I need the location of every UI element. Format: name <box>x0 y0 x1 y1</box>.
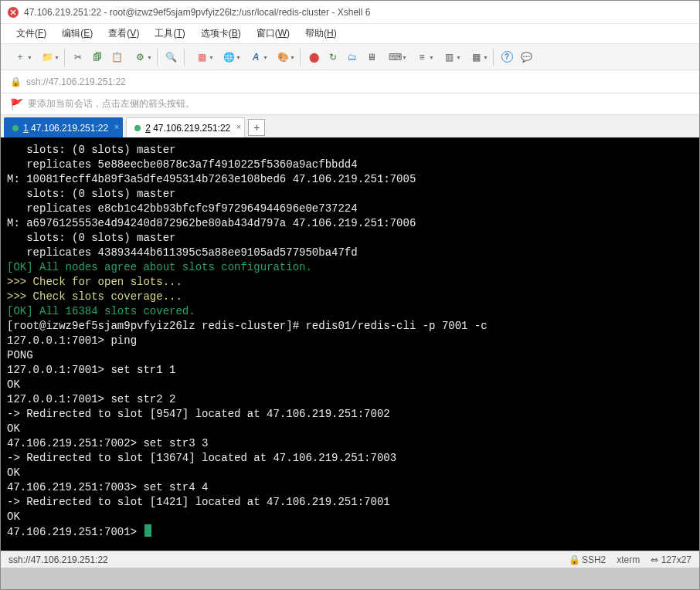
terminal-line: 47.106.219.251:7003> set str4 4 <box>7 480 693 495</box>
terminal-line: PONG <box>7 348 693 363</box>
tab-label: 2 47.106.219.251:22 <box>145 123 230 134</box>
terminal-line: -> Redirected to slot [1421] located at … <box>7 495 693 510</box>
status-size: ⇔ 127x27 <box>651 554 692 565</box>
new-tab-button[interactable]: + <box>248 119 265 136</box>
lock-icon: 🔒 <box>10 76 22 87</box>
help-button[interactable]: ? <box>498 48 516 66</box>
terminal-line: 127.0.0.1:7001> ping <box>7 334 693 348</box>
app-logo-icon <box>7 6 19 19</box>
close-tab-icon[interactable]: × <box>114 122 119 131</box>
menu-edit[interactable]: 编辑(E) <box>56 25 99 42</box>
terminal-line: >>> Check for open slots... <box>7 275 693 290</box>
terminal-output[interactable]: slots: (0 slots) master replicates 5e88e… <box>1 138 699 551</box>
cursor <box>144 524 151 537</box>
terminal-line: M: 10081fecff4b89f3a5dfe495314b7263e108b… <box>7 172 693 187</box>
close-tab-icon[interactable]: × <box>236 122 241 131</box>
menu-file[interactable]: 文件(F) <box>10 25 53 42</box>
files-icon: 🗂 <box>348 52 357 63</box>
chat-icon: 💬 <box>521 52 532 63</box>
terminal-line: -> Redirected to slot [9547] located at … <box>7 407 693 422</box>
terminal-line: replicates e8cb1c42bb93bfcfc9f9729649446… <box>7 202 693 216</box>
align-button[interactable]: ≡▼ <box>409 48 435 66</box>
terminal-line: 127.0.0.1:7001> set str2 2 <box>7 392 693 407</box>
address-bar[interactable]: 🔒 ssh://47.106.219.251:22 <box>1 70 699 93</box>
lock-icon: 🔒 <box>569 554 580 565</box>
layout-icon: ▦ <box>198 52 206 63</box>
toolbar-separator <box>157 49 158 66</box>
terminal-line: -> Redirected to slot [13674] located at… <box>7 451 693 466</box>
menubar: 文件(F) 编辑(E) 查看(V) 工具(T) 选项卡(B) 窗口(W) 帮助(… <box>1 24 699 44</box>
find-button[interactable]: 🔍 <box>161 48 180 66</box>
toolbar: ＋▼ 📁▼ ✂ 🗐 📋 ⚙▼ 🔍 ▦▼ 🌐▼ A▼ 🎨▼ ⬤ ↻ 🗂 🖥 ⌨▼ … <box>1 44 699 70</box>
terminal-line: >>> Check slots coverage... <box>7 290 693 304</box>
server-button[interactable]: 🖥 <box>362 48 381 66</box>
terminal-line: [OK] All 16384 slots covered. <box>7 304 693 319</box>
terminal-line: [OK] All nodes agree about slots configu… <box>7 260 693 275</box>
record-icon: ⬤ <box>309 52 319 63</box>
server-icon: 🖥 <box>367 52 376 63</box>
terminal-line: replicates 43893444b611395c5a88ee9105ad5… <box>7 246 693 260</box>
status-ssh: 🔒SSH2 <box>569 554 606 565</box>
highlight-button[interactable]: 🎨▼ <box>270 48 296 66</box>
status-connection: ssh://47.106.219.251:22 <box>8 554 108 565</box>
titlebar: 47.106.219.251:22 - root@izwz9ef5sjam9pv… <box>1 1 699 24</box>
keyboard-icon: ⌨ <box>389 52 402 63</box>
keyboard-button[interactable]: ⌨▼ <box>382 48 408 66</box>
terminal-line: M: a6976125553e4d94240d872962be80ab434d7… <box>7 216 693 231</box>
search-icon: 🔍 <box>165 52 177 63</box>
menu-window[interactable]: 窗口(W) <box>250 25 296 42</box>
toolbar-separator <box>64 49 65 66</box>
terminal-line: OK <box>7 510 693 524</box>
properties-button[interactable]: ⚙▼ <box>127 48 153 66</box>
session-tab-2[interactable]: 2 47.106.219.251:22× <box>126 117 245 137</box>
record-button[interactable]: ⬤ <box>304 48 323 66</box>
status-term: xterm <box>617 554 640 565</box>
menu-tools[interactable]: 工具(T) <box>148 25 191 42</box>
hint-text: 要添加当前会话，点击左侧的箭头按钮。 <box>28 97 195 110</box>
menu-tabs[interactable]: 选项卡(B) <box>195 25 247 42</box>
cut-button[interactable]: ✂ <box>69 48 87 66</box>
refresh-icon: ↻ <box>329 52 337 63</box>
terminal-line: OK <box>7 466 693 480</box>
flag-icon: 🚩 <box>10 98 23 110</box>
terminal-line: 47.106.219.251:7002> set str3 3 <box>7 436 693 451</box>
toolbar-separator <box>300 49 301 66</box>
paste-button[interactable]: 📋 <box>107 48 126 66</box>
copy-button[interactable]: 🗐 <box>88 48 107 66</box>
window-title: 47.106.219.251:22 - root@izwz9ef5sjam9pv… <box>24 7 370 18</box>
globe-icon: 🌐 <box>223 52 235 63</box>
layout-button[interactable]: ▦▼ <box>189 48 215 66</box>
hint-bar: 🚩 要添加当前会话，点击左侧的箭头按钮。 <box>1 93 699 115</box>
scissors-icon: ✂ <box>74 52 82 63</box>
language-button[interactable]: 🌐▼ <box>216 48 242 66</box>
grid-button[interactable]: ▦▼ <box>463 48 489 66</box>
split-button[interactable]: ▥▼ <box>436 48 462 66</box>
status-bar: ssh://47.106.219.251:22 🔒SSH2 xterm ⇔ 12… <box>1 551 699 568</box>
split-icon: ▥ <box>445 52 454 63</box>
list-icon: ≡ <box>419 52 424 63</box>
open-button[interactable]: 📁▼ <box>34 48 60 66</box>
terminal-line: [root@izwz9ef5sjam9pvfyiz26lz redis-clus… <box>7 319 693 334</box>
reconnect-button[interactable]: ↻ <box>324 48 342 66</box>
terminal-line: replicates 5e88eecbe0878c3a7f4910225f536… <box>7 158 693 172</box>
terminal-line: slots: (0 slots) master <box>7 143 693 158</box>
paste-icon: 📋 <box>111 52 123 63</box>
file-manager-button[interactable]: 🗂 <box>343 48 362 66</box>
feedback-button[interactable]: 💬 <box>517 48 535 66</box>
font-button[interactable]: A▼ <box>243 48 269 66</box>
menu-view[interactable]: 查看(V) <box>102 25 145 42</box>
palette-icon: 🎨 <box>277 52 289 63</box>
terminal-line: 47.106.219.251:7001> <box>7 524 693 540</box>
new-session-button[interactable]: ＋▼ <box>7 48 33 66</box>
session-tab-1[interactable]: 1 47.106.219.251:22× <box>4 117 123 137</box>
tab-label: 1 47.106.219.251:22 <box>23 123 108 134</box>
status-dot-icon <box>134 125 141 131</box>
terminal-line: OK <box>7 378 693 392</box>
font-icon: A <box>253 52 260 63</box>
menu-help[interactable]: 帮助(H) <box>299 25 343 42</box>
toolbar-separator <box>184 49 185 66</box>
address-text: ssh://47.106.219.251:22 <box>26 76 126 87</box>
terminal-line: slots: (0 slots) master <box>7 231 693 246</box>
terminal-line: OK <box>7 422 693 436</box>
help-icon: ? <box>501 51 513 63</box>
